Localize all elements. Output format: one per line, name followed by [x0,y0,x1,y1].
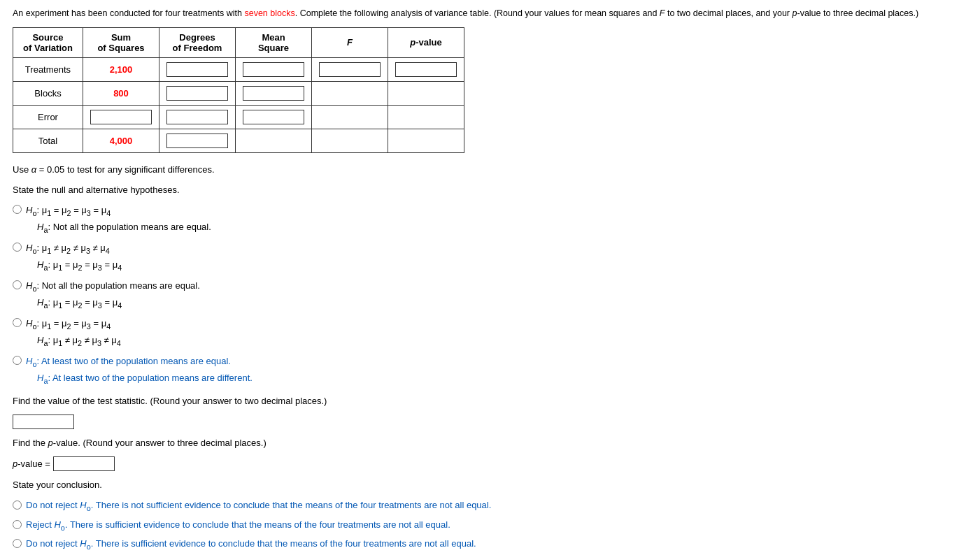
h0-3: Ho: Not all the population means are equ… [26,278,200,295]
ss-treatments: 2,100 [83,57,159,81]
pvalue-blocks-cell [388,81,464,105]
meansq-treatments-input[interactable] [243,62,304,77]
hypothesis-lines-3: Ho: Not all the population means are equ… [26,278,200,312]
dof-total-cell[interactable] [159,129,236,152]
hypothesis-lines-2: Ho: μ1 ≠ μ2 ≠ μ3 ≠ μ4 Ha: μ1 = μ2 = μ3 =… [26,240,122,274]
source-treatments: Treatments [13,57,83,81]
ha-3: Ha: μ1 = μ2 = μ3 = μ4 [37,295,200,312]
conclusion-text-2: Reject Ho. There is sufficient evidence … [26,518,450,533]
test-stat-input[interactable] [13,415,74,429]
pvalue-input[interactable] [53,456,115,471]
conclusion-text-1: Do not reject Ho. There is not sufficien… [26,498,491,514]
pvalue-section: Find the p-value. (Round your answer to … [13,436,967,471]
table-row-treatments: Treatments 2,100 [13,57,464,81]
pvalue-input-row: p-value = [13,456,967,471]
h0-5: Ho: At least two of the population means… [26,354,253,370]
f-total-cell [312,129,388,152]
pvalue-treatments-cell[interactable] [388,57,464,81]
header-source: Sourceof Variation [13,27,83,57]
table-row-blocks: Blocks 800 [13,81,464,105]
hypothesis-option-1[interactable]: Ho: μ1 = μ2 = μ3 = μ4 Ha: Not all the po… [13,203,967,236]
dof-total-input[interactable] [166,134,228,148]
table-row-total: Total 4,000 [13,129,464,152]
anova-table: Sourceof Variation Sumof Squares Degrees… [13,27,464,153]
source-blocks: Blocks [13,81,83,105]
pvalue-error-cell [388,105,464,129]
conclusion-radio-3[interactable] [13,539,22,548]
ha-4: Ha: μ1 ≠ μ2 ≠ μ3 ≠ μ4 [37,333,121,349]
header-dof: Degreesof Freedom [159,27,236,57]
hypothesis-option-4[interactable]: Ho: μ1 = μ2 = μ3 = μ4 Ha: μ1 ≠ μ2 ≠ μ3 ≠… [13,316,967,349]
h0-2: Ho: μ1 ≠ μ2 ≠ μ3 ≠ μ4 [26,240,122,257]
hypothesis-option-3[interactable]: Ho: Not all the population means are equ… [13,278,967,312]
header-mean-square: MeanSquare [236,27,312,57]
f-treatments-input[interactable] [319,62,381,77]
hypothesis-option-5[interactable]: Ho: At least two of the population means… [13,354,967,387]
hypothesis-radio-2[interactable] [13,243,22,252]
ss-error-cell[interactable] [83,105,159,129]
ss-total: 4,000 [83,129,159,152]
pvalue-treatments-input[interactable] [395,62,457,77]
f-italic: F [660,8,665,18]
header-f: F [312,27,388,57]
meansq-treatments-cell[interactable] [236,57,312,81]
conclusion-option-2[interactable]: Reject Ho. There is sufficient evidence … [13,518,967,533]
p-italic: p [793,8,797,18]
meansq-blocks-input[interactable] [243,86,304,101]
h0-1: Ho: μ1 = μ2 = μ3 = μ4 [26,203,211,219]
meansq-blocks-cell[interactable] [236,81,312,105]
find-test-stat-text: Find the value of the test statistic. (R… [13,394,967,409]
meansq-error-input[interactable] [243,110,304,124]
conclusion-section: State your conclusion. Do not reject Ho.… [13,478,967,555]
find-pvalue-text: Find the p-value. (Round your answer to … [13,436,967,451]
ha-1: Ha: Not all the population means are equ… [37,219,211,236]
table-row-error: Error [13,105,464,129]
conclusion-text-3: Do not reject Ho. There is sufficient ev… [26,537,476,552]
conclusion-option-1[interactable]: Do not reject Ho. There is not sufficien… [13,498,967,514]
conclusion-option-3[interactable]: Do not reject Ho. There is sufficient ev… [13,537,967,552]
hypothesis-option-2[interactable]: Ho: μ1 ≠ μ2 ≠ μ3 ≠ μ4 Ha: μ1 = μ2 = μ3 =… [13,240,967,274]
source-total: Total [13,129,83,152]
test-stat-section: Find the value of the test statistic. (R… [13,394,967,429]
state-conclusion-text: State your conclusion. [13,478,967,493]
f-blocks-cell [312,81,388,105]
hypotheses-section: Ho: μ1 = μ2 = μ3 = μ4 Ha: Not all the po… [13,203,967,387]
f-treatments-cell[interactable] [312,57,388,81]
pvalue-total-cell [388,129,464,152]
dof-blocks-input[interactable] [166,86,228,101]
pvalue-label: p-value = [13,459,50,469]
hypothesis-radio-3[interactable] [13,280,22,289]
hypothesis-radio-4[interactable] [13,318,22,327]
h0-4: Ho: μ1 = μ2 = μ3 = μ4 [26,316,121,333]
header-sum-squares: Sumof Squares [83,27,159,57]
source-error: Error [13,105,83,129]
state-hypotheses-text: State the null and alternative hypothese… [13,183,967,198]
hypothesis-radio-1[interactable] [13,205,22,214]
dof-error-input[interactable] [166,110,228,124]
hypothesis-lines-1: Ho: μ1 = μ2 = μ3 = μ4 Ha: Not all the po… [26,203,211,236]
conclusion-radio-1[interactable] [13,500,22,510]
ss-error-input[interactable] [90,110,152,124]
ha-2: Ha: μ1 = μ2 = μ3 = μ4 [37,257,122,274]
hypothesis-radio-5[interactable] [13,356,22,365]
header-pvalue: p-value [388,27,464,57]
dof-blocks-cell[interactable] [159,81,236,105]
dof-treatments-cell[interactable] [159,57,236,81]
meansq-total-cell [236,129,312,152]
ss-blocks: 800 [83,81,159,105]
meansq-error-cell[interactable] [236,105,312,129]
conclusion-radio-2[interactable] [13,520,22,529]
use-alpha-text: Use α = 0.05 to test for any significant… [13,163,967,178]
ha-5: Ha: At least two of the population means… [37,370,253,387]
f-error-cell [312,105,388,129]
dof-treatments-input[interactable] [166,62,228,77]
hypothesis-lines-4: Ho: μ1 = μ2 = μ3 = μ4 Ha: μ1 ≠ μ2 ≠ μ3 ≠… [26,316,121,349]
highlight-seven-blocks: seven blocks [244,8,294,18]
hypothesis-lines-5: Ho: At least two of the population means… [26,354,253,387]
dof-error-cell[interactable] [159,105,236,129]
intro-paragraph: An experiment has been conducted for fou… [13,7,967,20]
